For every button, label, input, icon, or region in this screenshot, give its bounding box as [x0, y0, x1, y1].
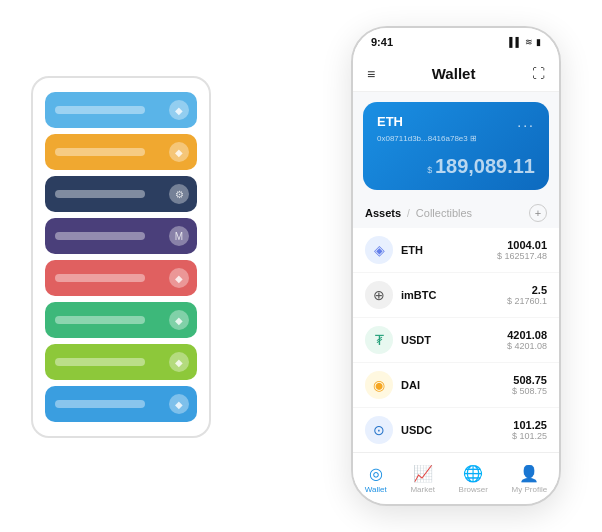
card-item-3[interactable]: M	[45, 218, 197, 254]
eth-card[interactable]: ETH ... 0x08711d3b...8416a78e3 ⊞ $ 189,0…	[363, 102, 549, 190]
asset-usd-usdc: $ 101.25	[512, 431, 547, 441]
eth-balance: 189,089.11	[435, 155, 535, 177]
card-icon-5: ◆	[169, 310, 189, 330]
eth-address: 0x08711d3b...8416a78e3 ⊞	[377, 134, 535, 143]
wifi-icon: ≋	[525, 37, 533, 47]
tab-divider: /	[407, 208, 410, 219]
asset-icon-usdt: ₮	[365, 326, 393, 354]
market-nav-label: Market	[410, 485, 434, 494]
asset-usd-imbtc: $ 21760.1	[507, 296, 547, 306]
assets-header: Assets / Collectibles +	[353, 198, 559, 228]
asset-amounts-imbtc: 2.5$ 21760.1	[507, 284, 547, 306]
battery-icon: ▮	[536, 37, 541, 47]
card-item-1[interactable]: ◆	[45, 134, 197, 170]
asset-icon-imbtc: ⊕	[365, 281, 393, 309]
card-text-0	[55, 106, 145, 114]
phone: 9:41 ▌▌ ≋ ▮ ≡ Wallet ⛶ ETH ... 0x08711d3…	[351, 26, 561, 506]
asset-usd-eth: $ 162517.48	[497, 251, 547, 261]
card-icon-3: M	[169, 226, 189, 246]
status-icons: ▌▌ ≋ ▮	[509, 37, 541, 47]
asset-amounts-eth: 1004.01$ 162517.48	[497, 239, 547, 261]
asset-amounts-dai: 508.75$ 508.75	[512, 374, 547, 396]
eth-card-top: ETH ...	[377, 114, 535, 130]
add-asset-button[interactable]: +	[529, 204, 547, 222]
asset-item-eth[interactable]: ◈ETH1004.01$ 162517.48	[353, 228, 559, 273]
expand-icon[interactable]: ⛶	[532, 66, 545, 81]
asset-item-dai[interactable]: ◉DAI508.75$ 508.75	[353, 363, 559, 408]
card-text-4	[55, 274, 145, 282]
card-text-2	[55, 190, 145, 198]
asset-name-imbtc: imBTC	[401, 289, 507, 301]
asset-amount-usdc: 101.25	[512, 419, 547, 431]
card-icon-0: ◆	[169, 100, 189, 120]
nav-market[interactable]: 📈 Market	[410, 464, 434, 494]
card-text-3	[55, 232, 145, 240]
card-item-4[interactable]: ◆	[45, 260, 197, 296]
assets-tabs: Assets / Collectibles	[365, 207, 472, 219]
asset-icon-usdc: ⊙	[365, 416, 393, 444]
card-text-5	[55, 316, 145, 324]
card-icon-6: ◆	[169, 352, 189, 372]
asset-amounts-usdc: 101.25$ 101.25	[512, 419, 547, 441]
wallet-nav-icon: ◎	[369, 464, 383, 483]
menu-icon[interactable]: ≡	[367, 66, 375, 82]
asset-item-usdc[interactable]: ⊙USDC101.25$ 101.25	[353, 408, 559, 452]
eth-card-title: ETH	[377, 114, 403, 129]
card-item-2[interactable]: ⚙	[45, 176, 197, 212]
card-item-5[interactable]: ◆	[45, 302, 197, 338]
profile-nav-icon: 👤	[519, 464, 539, 483]
market-nav-icon: 📈	[413, 464, 433, 483]
eth-balance-label: $ 189,089.11	[377, 155, 535, 178]
browser-nav-icon: 🌐	[463, 464, 483, 483]
asset-amount-eth: 1004.01	[497, 239, 547, 251]
phone-content: ETH ... 0x08711d3b...8416a78e3 ⊞ $ 189,0…	[353, 92, 559, 452]
asset-usd-usdt: $ 4201.08	[507, 341, 547, 351]
asset-usd-dai: $ 508.75	[512, 386, 547, 396]
asset-icon-eth: ◈	[365, 236, 393, 264]
phone-header: ≡ Wallet ⛶	[353, 56, 559, 92]
profile-nav-label: My Profile	[512, 485, 548, 494]
eth-card-menu[interactable]: ...	[517, 114, 535, 130]
scene: ◆◆⚙M◆◆◆◆ 9:41 ▌▌ ≋ ▮ ≡ Wallet ⛶ ETH ...	[21, 16, 581, 516]
card-icon-7: ◆	[169, 394, 189, 414]
asset-item-imbtc[interactable]: ⊕imBTC2.5$ 21760.1	[353, 273, 559, 318]
asset-icon-dai: ◉	[365, 371, 393, 399]
status-bar: 9:41 ▌▌ ≋ ▮	[353, 28, 559, 56]
asset-amounts-usdt: 4201.08$ 4201.08	[507, 329, 547, 351]
wallet-nav-label: Wallet	[365, 485, 387, 494]
signal-icon: ▌▌	[509, 37, 522, 47]
nav-profile[interactable]: 👤 My Profile	[512, 464, 548, 494]
bottom-nav: ◎ Wallet 📈 Market 🌐 Browser 👤 My Profile	[353, 452, 559, 504]
asset-list: ◈ETH1004.01$ 162517.48⊕imBTC2.5$ 21760.1…	[353, 228, 559, 452]
card-icon-1: ◆	[169, 142, 189, 162]
card-text-1	[55, 148, 145, 156]
card-text-7	[55, 400, 145, 408]
card-item-6[interactable]: ◆	[45, 344, 197, 380]
card-text-6	[55, 358, 145, 366]
card-item-0[interactable]: ◆	[45, 92, 197, 128]
asset-amount-usdt: 4201.08	[507, 329, 547, 341]
nav-wallet[interactable]: ◎ Wallet	[365, 464, 387, 494]
asset-item-usdt[interactable]: ₮USDT4201.08$ 4201.08	[353, 318, 559, 363]
status-time: 9:41	[371, 36, 393, 48]
browser-nav-label: Browser	[459, 485, 488, 494]
tab-collectibles[interactable]: Collectibles	[416, 207, 472, 219]
asset-amount-dai: 508.75	[512, 374, 547, 386]
asset-amount-imbtc: 2.5	[507, 284, 547, 296]
asset-name-eth: ETH	[401, 244, 497, 256]
tab-assets[interactable]: Assets	[365, 207, 401, 219]
nav-browser[interactable]: 🌐 Browser	[459, 464, 488, 494]
card-item-7[interactable]: ◆	[45, 386, 197, 422]
asset-name-dai: DAI	[401, 379, 512, 391]
card-stack: ◆◆⚙M◆◆◆◆	[31, 76, 211, 438]
header-title: Wallet	[432, 65, 476, 82]
asset-name-usdt: USDT	[401, 334, 507, 346]
card-icon-4: ◆	[169, 268, 189, 288]
card-icon-2: ⚙	[169, 184, 189, 204]
asset-name-usdc: USDC	[401, 424, 512, 436]
